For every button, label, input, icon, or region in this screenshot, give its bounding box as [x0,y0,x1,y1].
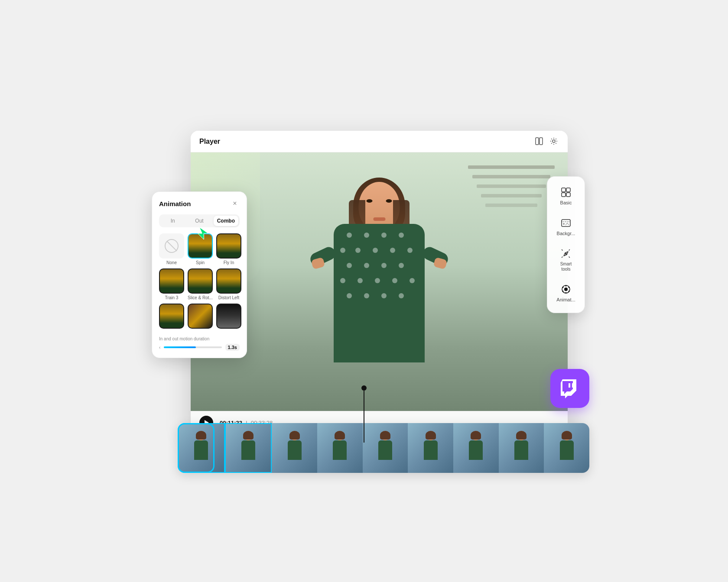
timeline-thumb-8[interactable] [499,423,544,473]
svg-point-18 [562,287,564,288]
timeline-thumb-6[interactable] [408,423,453,473]
anim-grid: None Spin Fly In [159,233,240,330]
anim-thumb-9 [216,304,241,329]
mini-person-4 [330,431,350,466]
anim-item-spin[interactable]: Spin [188,233,213,265]
smart-tools-label: Smarttools [560,262,572,272]
timeline-thumb-7[interactable] [453,423,499,473]
slider-fill [164,346,195,348]
anim-item-slice-rot[interactable]: Slice & Rot... [188,268,213,300]
toolbar-item-animation[interactable]: Animat... [551,279,581,307]
svg-rect-6 [566,193,570,197]
mini-person-9 [557,431,576,466]
svg-point-15 [569,291,570,292]
anim-item-train3[interactable]: Train 3 [159,268,184,300]
anim-item-fly-in[interactable]: Fly In [216,233,241,265]
timeline-thumb-4[interactable] [317,423,363,473]
anim-item-8[interactable] [188,304,213,330]
basic-icon [560,186,572,198]
svg-marker-19 [198,227,208,239]
timeline-thumb-img-8 [499,423,544,473]
anim-label-fly-in: Fly In [224,260,234,265]
timeline-strip [178,423,589,473]
timeline-thumb-1[interactable] [178,423,225,473]
timeline-thumb-img-9 [544,423,589,473]
svg-rect-1 [540,138,543,145]
svg-point-10 [565,253,567,255]
timeline-thumb-img-2 [226,424,271,472]
svg-rect-3 [562,188,566,192]
duration-control: In and out motion duration ‹ 1.3s [159,336,240,351]
svg-point-12 [564,288,568,291]
svg-rect-20 [569,383,570,388]
video-area: 00:11:22 | 00:33:28 [191,152,568,434]
player-header: Player [191,131,568,152]
anim-item-7[interactable] [159,304,184,330]
anim-thumb-8 [188,304,213,329]
timeline-thumb-img-7 [453,423,499,473]
tab-in[interactable]: In [160,216,185,226]
svg-rect-0 [536,138,539,145]
svg-point-14 [569,287,570,288]
timeline-thumb-img-4 [317,423,363,473]
none-icon [165,239,179,253]
anim-thumb-7 [159,304,184,329]
duration-label: In and out motion duration [159,336,240,341]
mini-person-3 [285,431,304,466]
svg-rect-21 [572,383,574,388]
mini-person-6 [421,431,440,466]
timeline-thumb-img-6 [408,423,453,473]
slider-row: ‹ 1.3s [159,344,240,351]
svg-point-9 [563,223,565,225]
room-scene [191,152,568,408]
player-window: Player [191,131,568,434]
anim-label-none: None [166,260,177,265]
toolbar-item-background[interactable]: Backgr... [551,213,581,241]
playhead-line [364,391,364,443]
anim-thumb-none [159,233,184,259]
svg-point-2 [552,140,555,142]
scene: Player [126,96,602,486]
anim-label-train3: Train 3 [165,295,179,300]
anim-thumb-fly-in [216,233,241,259]
svg-point-17 [562,291,564,292]
smart-tools-icon [560,248,572,260]
timeline-thumb-9[interactable] [544,423,589,473]
anim-item-none[interactable]: None [159,233,184,265]
anim-thumb-slice-rot [188,268,213,294]
svg-point-13 [566,285,567,287]
timeline-thumb-5[interactable] [363,423,408,473]
player-title: Player [199,138,220,146]
person-figure [310,174,448,408]
tab-combo[interactable]: Combo [214,216,238,226]
player-body: 00:11:22 | 00:33:28 [191,152,568,434]
toolbar-item-smart-tools[interactable]: Smarttools [551,243,581,276]
tab-out[interactable]: Out [187,216,211,226]
anim-tabs: In Out Combo [159,214,240,227]
floating-toolbar: Basic Backgr... [547,176,585,313]
staircase [468,165,555,274]
close-button[interactable]: × [230,199,240,208]
mini-person-5 [376,431,395,466]
player-header-icons [535,137,559,146]
anim-item-9[interactable] [216,304,241,330]
timeline-thumb-img-3 [272,423,317,473]
anim-item-distort-left[interactable]: Distort Left [216,268,241,300]
anim-thumb-train3 [159,268,184,294]
toolbar-item-basic[interactable]: Basic [551,182,581,210]
mini-person-2 [239,431,258,466]
mini-person-8 [512,431,531,466]
playhead-dot [361,385,367,391]
twitch-badge[interactable] [550,369,589,408]
timeline-thumb-3[interactable] [272,423,317,473]
timeline-thumb-2[interactable] [225,423,272,473]
cursor-arrow [198,227,210,239]
split-view-icon[interactable] [535,137,544,146]
svg-rect-5 [562,193,566,197]
person-body [334,224,425,362]
settings-icon[interactable] [549,137,559,146]
mini-person-1 [192,431,211,466]
slider-left-chevron[interactable]: ‹ [159,345,160,350]
background-icon [560,217,572,229]
slider-track[interactable] [164,346,221,348]
